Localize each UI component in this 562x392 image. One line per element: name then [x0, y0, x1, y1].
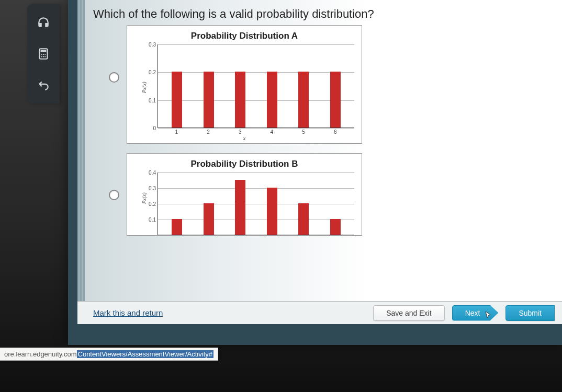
y-tick-label: 0.1 [138, 217, 156, 223]
x-tick-label: 2 [193, 129, 224, 135]
y-tick-label: 0.1 [138, 97, 156, 103]
save-exit-button[interactable]: Save and Exit [373, 305, 444, 321]
svg-point-4 [44, 54, 46, 55]
chart-a-plot: Px(x) 00.10.20.3 123456 x [134, 44, 354, 141]
submit-button[interactable]: Submit [505, 305, 555, 321]
bar [235, 72, 245, 128]
x-tick-label: 4 [256, 129, 288, 135]
x-tick-label: 1 [161, 129, 193, 135]
chart-a-ylabel: Px(x) [141, 82, 147, 93]
bar-column [224, 180, 256, 235]
bar [298, 72, 309, 128]
cursor-icon [484, 311, 492, 319]
bar-column [320, 219, 352, 235]
svg-rect-1 [41, 50, 47, 52]
x-tick-label: 5 [288, 129, 320, 135]
chart-b-card: Probability Distribution B Px(x) 0.10.20… [127, 153, 362, 236]
chart-b-plot: Px(x) 0.10.20.30.4 [134, 172, 354, 235]
calculator-icon[interactable] [35, 45, 52, 63]
svg-point-5 [41, 56, 42, 57]
bar [330, 72, 341, 128]
bar [172, 219, 182, 235]
tool-rail [27, 4, 60, 103]
y-tick-label: 0.3 [138, 186, 156, 191]
x-tick-label: 6 [319, 129, 351, 135]
y-tick-label: 0 [138, 125, 156, 131]
answer-area: Probability Distribution A Px(x) 00.10.2… [77, 25, 562, 301]
bars-container [158, 172, 354, 235]
option-a-row: Probability Distribution A Px(x) 00.10.2… [109, 25, 546, 144]
bar-column [288, 203, 320, 235]
chart-b-plot-area: 0.10.20.30.4 [158, 172, 354, 235]
bar [298, 203, 309, 235]
url-path: ContentViewers/AssessmentViewer/Activity… [77, 350, 213, 358]
assessment-window: Which of the following is a valid probab… [68, 0, 562, 345]
chart-a-title: Probability Distribution A [130, 31, 358, 41]
bar [267, 72, 277, 128]
option-b-row: Probability Distribution B Px(x) 0.10.20… [109, 153, 546, 236]
chart-a-plot-area: 00.10.20.3 [158, 44, 354, 128]
svg-point-7 [44, 56, 46, 57]
bar [267, 188, 277, 235]
option-b-radio[interactable] [109, 190, 119, 200]
y-tick-label: 0.3 [138, 42, 156, 48]
y-tick-label: 0.2 [138, 201, 156, 207]
headphones-icon[interactable] [35, 14, 52, 31]
bars-container [158, 44, 354, 128]
svg-point-3 [43, 54, 44, 55]
page: Which of the following is a valid probab… [77, 0, 562, 324]
bar [172, 72, 182, 128]
bar-column [256, 72, 288, 128]
url-host: ore.learn.edgenuity.com [4, 350, 77, 358]
question-text: Which of the following is a valid probab… [77, 0, 562, 25]
bar-column [224, 72, 256, 128]
footer-bar: Mark this and return Save and Exit Next … [77, 301, 562, 324]
svg-point-6 [43, 56, 44, 57]
bar [204, 72, 214, 128]
y-tick-label: 0.2 [138, 70, 156, 75]
chart-b-title: Probability Distribution B [130, 159, 358, 169]
chart-a-xlabel: x [134, 135, 354, 141]
bar-column [193, 72, 225, 128]
bar-column [320, 72, 352, 128]
bar-column [161, 72, 193, 128]
chart-a-card: Probability Distribution A Px(x) 00.10.2… [127, 25, 362, 144]
svg-point-2 [41, 54, 42, 55]
bar [330, 219, 341, 235]
bar [204, 203, 214, 235]
bar [235, 180, 245, 235]
bar-column [256, 188, 288, 235]
next-button[interactable]: Next [452, 305, 499, 321]
chart-a-x-ticks: 123456 [158, 128, 354, 135]
bar-column [193, 203, 225, 235]
option-a-radio[interactable] [109, 72, 119, 83]
x-tick-label: 3 [224, 129, 256, 135]
status-url: ore.learn.edgenuity.comContentViewers/As… [0, 348, 218, 361]
mark-and-return-link[interactable]: Mark this and return [93, 308, 163, 317]
bar-column [161, 219, 193, 235]
gridline [158, 128, 354, 129]
return-up-icon[interactable] [35, 76, 52, 94]
y-tick-label: 0.4 [138, 170, 156, 176]
bar-column [288, 72, 320, 128]
next-button-label: Next [465, 309, 480, 317]
